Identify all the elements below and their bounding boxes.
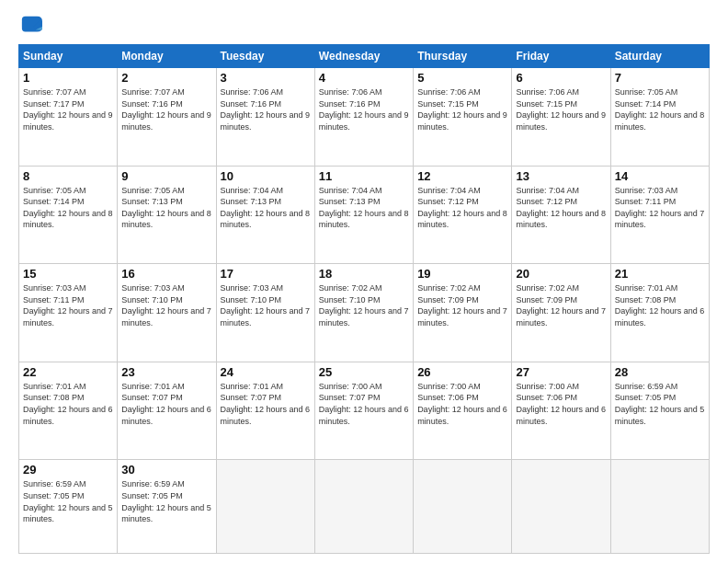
calendar-cell: 1 Sunrise: 7:07 AM Sunset: 7:17 PM Dayli… — [19, 68, 118, 167]
day-number: 7 — [615, 71, 705, 85]
sunrise-label: Sunrise: — [23, 87, 56, 97]
logo-icon — [18, 15, 44, 37]
calendar-cell: 13 Sunrise: 7:04 AM Sunset: 7:12 PM Dayl… — [512, 166, 610, 264]
sunrise-label: Sunrise: — [121, 479, 154, 488]
calendar-cell: 26 Sunrise: 7:00 AM Sunset: 7:06 PM Dayl… — [414, 362, 512, 460]
sunrise-time: 7:00 AM — [549, 382, 579, 391]
day-info: Sunrise: 7:01 AM Sunset: 7:07 PM Dayligh… — [121, 381, 211, 427]
day-number: 3 — [221, 71, 311, 85]
calendar-cell: 20 Sunrise: 7:02 AM Sunset: 7:09 PM Dayl… — [512, 264, 610, 362]
day-number: 24 — [221, 365, 311, 379]
daylight-label: Daylight: 12 hours and 6 minutes. — [417, 405, 507, 426]
calendar-cell: 9 Sunrise: 7:05 AM Sunset: 7:13 PM Dayli… — [118, 166, 216, 264]
day-info: Sunrise: 7:07 AM Sunset: 7:16 PM Dayligh… — [121, 86, 211, 132]
calendar-cell: 18 Sunrise: 7:02 AM Sunset: 7:10 PM Dayl… — [314, 264, 413, 362]
sunrise-label: Sunrise: — [221, 186, 254, 195]
day-number: 19 — [417, 267, 507, 281]
calendar-cell: 3 Sunrise: 7:06 AM Sunset: 7:16 PM Dayli… — [216, 68, 314, 167]
sunrise-label: Sunrise: — [221, 87, 254, 97]
sunrise-time: 7:03 AM — [253, 283, 283, 293]
sunrise-time: 7:05 AM — [154, 186, 185, 195]
daylight-label: Daylight: 12 hours and 7 minutes. — [516, 306, 606, 327]
sunrise-time: 7:05 AM — [56, 186, 86, 195]
calendar-cell: 4 Sunrise: 7:06 AM Sunset: 7:16 PM Dayli… — [314, 68, 413, 167]
logo — [18, 15, 48, 37]
calendar-cell: 19 Sunrise: 7:02 AM Sunset: 7:09 PM Dayl… — [414, 264, 512, 362]
sunrise-label: Sunrise: — [615, 283, 648, 293]
daylight-label: Daylight: 12 hours and 6 minutes. — [615, 306, 705, 327]
day-number: 25 — [319, 365, 409, 379]
sunset-time: 7:15 PM — [448, 99, 479, 109]
sunrise-time: 7:06 AM — [549, 87, 579, 97]
sunset-time: 7:11 PM — [53, 295, 85, 304]
sunset-label: Sunset: — [121, 197, 152, 206]
sunset-label: Sunset: — [221, 99, 251, 109]
sunrise-time: 6:59 AM — [154, 479, 185, 488]
sunrise-time: 7:03 AM — [56, 283, 86, 293]
day-number: 1 — [23, 71, 113, 85]
day-info: Sunrise: 7:02 AM Sunset: 7:10 PM Dayligh… — [319, 282, 409, 328]
daylight-label: Daylight: 12 hours and 5 minutes. — [615, 405, 705, 426]
sunset-label: Sunset: — [319, 393, 349, 402]
calendar-cell: 10 Sunrise: 7:04 AM Sunset: 7:13 PM Dayl… — [216, 166, 314, 264]
sunrise-label: Sunrise: — [121, 283, 154, 293]
sunrise-label: Sunrise: — [121, 186, 154, 195]
sunset-time: 7:14 PM — [645, 99, 677, 109]
daylight-label: Daylight: 12 hours and 7 minutes. — [615, 209, 705, 230]
calendar-cell: 29 Sunrise: 6:59 AM Sunset: 7:05 PM Dayl… — [19, 460, 118, 554]
sunset-label: Sunset: — [417, 393, 448, 402]
sunset-label: Sunset: — [516, 393, 546, 402]
sunrise-time: 7:03 AM — [154, 283, 185, 293]
calendar-cell — [512, 460, 610, 554]
sunrise-label: Sunrise: — [23, 186, 56, 195]
calendar-week-row: 1 Sunrise: 7:07 AM Sunset: 7:17 PM Dayli… — [19, 68, 710, 167]
sunset-label: Sunset: — [221, 295, 251, 304]
sunset-time: 7:08 PM — [645, 295, 677, 304]
day-number: 28 — [615, 365, 705, 379]
daylight-label: Daylight: 12 hours and 5 minutes. — [23, 503, 113, 524]
calendar-cell: 22 Sunrise: 7:01 AM Sunset: 7:08 PM Dayl… — [19, 362, 118, 460]
sunrise-time: 7:02 AM — [549, 283, 579, 293]
sunrise-label: Sunrise: — [23, 382, 56, 391]
sunset-time: 7:07 PM — [152, 393, 183, 402]
sunset-time: 7:05 PM — [645, 393, 677, 402]
daylight-label: Daylight: 12 hours and 9 minutes. — [23, 110, 113, 132]
calendar-cell: 2 Sunrise: 7:07 AM Sunset: 7:16 PM Dayli… — [118, 68, 216, 167]
day-number: 12 — [417, 169, 507, 183]
day-info: Sunrise: 7:03 AM Sunset: 7:11 PM Dayligh… — [615, 185, 705, 231]
sunset-label: Sunset: — [417, 295, 448, 304]
daylight-label: Daylight: 12 hours and 8 minutes. — [417, 209, 507, 230]
day-info: Sunrise: 7:06 AM Sunset: 7:16 PM Dayligh… — [319, 86, 409, 132]
sunrise-label: Sunrise: — [221, 382, 254, 391]
weekday-header-thursday: Thursday — [414, 45, 512, 68]
day-number: 29 — [23, 463, 113, 477]
day-number: 6 — [516, 71, 606, 85]
calendar-week-row: 29 Sunrise: 6:59 AM Sunset: 7:05 PM Dayl… — [19, 460, 710, 554]
sunrise-time: 7:01 AM — [154, 382, 185, 391]
day-number: 23 — [121, 365, 211, 379]
sunset-time: 7:07 PM — [251, 393, 282, 402]
daylight-label: Daylight: 12 hours and 7 minutes. — [221, 306, 311, 327]
sunset-time: 7:09 PM — [546, 295, 577, 304]
sunset-label: Sunset: — [23, 491, 53, 500]
day-info: Sunrise: 7:01 AM Sunset: 7:08 PM Dayligh… — [615, 282, 705, 328]
sunrise-label: Sunrise: — [516, 186, 549, 195]
day-info: Sunrise: 7:02 AM Sunset: 7:09 PM Dayligh… — [417, 282, 507, 328]
sunset-label: Sunset: — [221, 197, 251, 206]
sunrise-label: Sunrise: — [417, 87, 450, 97]
sunset-label: Sunset: — [121, 99, 152, 109]
sunrise-label: Sunrise: — [417, 382, 450, 391]
calendar-cell — [610, 460, 709, 554]
day-info: Sunrise: 7:06 AM Sunset: 7:15 PM Dayligh… — [516, 86, 606, 132]
sunset-time: 7:08 PM — [53, 393, 85, 402]
day-info: Sunrise: 7:06 AM Sunset: 7:16 PM Dayligh… — [221, 86, 311, 132]
daylight-label: Daylight: 12 hours and 8 minutes. — [23, 209, 113, 230]
calendar-cell: 21 Sunrise: 7:01 AM Sunset: 7:08 PM Dayl… — [610, 264, 709, 362]
calendar-cell: 12 Sunrise: 7:04 AM Sunset: 7:12 PM Dayl… — [414, 166, 512, 264]
sunset-time: 7:16 PM — [152, 99, 183, 109]
day-info: Sunrise: 7:00 AM Sunset: 7:06 PM Dayligh… — [417, 381, 507, 427]
weekday-header-saturday: Saturday — [610, 45, 709, 68]
daylight-label: Daylight: 12 hours and 9 minutes. — [221, 110, 311, 132]
sunrise-label: Sunrise: — [319, 283, 352, 293]
sunset-label: Sunset: — [121, 295, 152, 304]
